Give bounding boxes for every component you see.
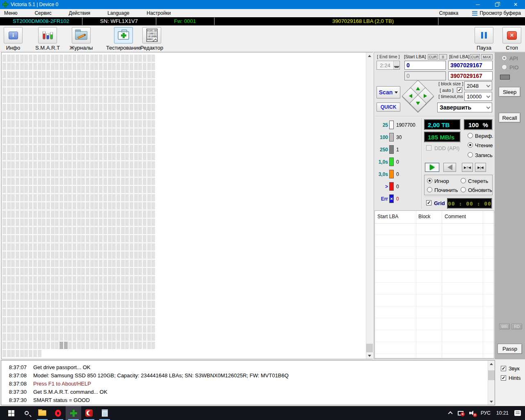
map-scrollbar[interactable]: [366, 52, 373, 359]
refresh-radio[interactable]: [461, 187, 466, 192]
map-block: [16, 325, 19, 333]
sound-option[interactable]: ✓ Звук: [501, 365, 520, 372]
map-block: [151, 55, 155, 62]
map-block: [33, 63, 37, 70]
legend-count: 0: [396, 184, 399, 189]
volume-icon[interactable]: ✕: [469, 411, 475, 415]
end-time-spinner[interactable]: 2:24: [377, 61, 400, 70]
scan-button[interactable]: Scan: [377, 86, 400, 98]
log-scroll-down[interactable]: [488, 398, 495, 405]
read-radio[interactable]: [468, 142, 473, 148]
map-block: [99, 301, 103, 308]
remap-radio[interactable]: [427, 187, 432, 192]
map-block: [147, 202, 151, 210]
start-lba-zero-button[interactable]: 0: [439, 54, 447, 59]
test-button[interactable]: Тестирование: [103, 27, 144, 51]
map-block: [29, 342, 32, 349]
opera-taskbar-button[interactable]: [50, 406, 66, 420]
sleep-button[interactable]: Sleep: [499, 87, 520, 97]
log-scroll-up[interactable]: [488, 361, 495, 367]
map-block: [11, 350, 15, 357]
log-scrollbar[interactable]: [488, 361, 495, 405]
smart-button[interactable]: S.M.A.R.T: [32, 27, 63, 51]
menu-item-2[interactable]: Действия: [69, 10, 91, 16]
menu-item-4[interactable]: Настройки: [147, 10, 171, 16]
start-lba-cur-button[interactable]: CUR: [428, 54, 438, 59]
block-size-select[interactable]: 2048: [464, 81, 492, 90]
map-scroll-up[interactable]: [366, 52, 373, 59]
legend-label: Err: [376, 196, 388, 202]
pause-button[interactable]: Пауза: [474, 27, 494, 51]
hints-checkbox[interactable]: ✓: [501, 375, 506, 381]
passp-button[interactable]: Passp: [498, 344, 522, 354]
random-seek-button[interactable]: ▶?◀: [462, 163, 473, 172]
menu-item-1[interactable]: Сервис: [34, 10, 51, 16]
notification-center-icon[interactable]: [514, 410, 521, 416]
stop-button[interactable]: ✕ Стоп: [502, 27, 522, 51]
end-time-spin-arrows[interactable]: [393, 61, 399, 69]
close-button[interactable]: ✕: [506, 0, 525, 9]
explorer-taskbar-button[interactable]: [34, 406, 50, 420]
map-block: [77, 87, 81, 95]
logs-button[interactable]: Журналы: [66, 27, 96, 51]
map-block: [112, 325, 116, 333]
restore-button[interactable]: [487, 0, 506, 9]
menu-item-3[interactable]: Language: [107, 10, 129, 16]
map-scroll-down[interactable]: [366, 352, 373, 359]
end-lba-input[interactable]: 3907029167: [448, 61, 493, 70]
map-block: [24, 71, 28, 78]
on-end-action-select[interactable]: Завершить: [437, 103, 492, 112]
language-indicator[interactable]: РУС: [481, 410, 491, 416]
map-block: [81, 169, 85, 177]
search-button[interactable]: [19, 406, 34, 420]
map-block: [90, 276, 94, 283]
notepad-taskbar-button[interactable]: [97, 406, 112, 420]
map-scroll-thumb[interactable]: [366, 344, 373, 353]
victoria-taskbar-button[interactable]: [66, 406, 81, 420]
start-backward-button[interactable]: [443, 163, 456, 172]
log-scroll-thumb[interactable]: [488, 370, 495, 380]
editor-button[interactable]: 0101101100111010000001 Редактор: [139, 27, 165, 51]
map-block: [130, 145, 133, 152]
start-forward-button[interactable]: [425, 163, 439, 172]
map-block: [55, 161, 59, 169]
ddd-checkbox[interactable]: [426, 145, 431, 151]
end-lba-max-button[interactable]: MAX: [481, 54, 493, 59]
menu-help[interactable]: Справка: [439, 10, 458, 16]
ignore-radio[interactable]: [427, 178, 432, 183]
map-block: [55, 153, 59, 160]
start-lba-input[interactable]: 0: [404, 61, 446, 70]
map-block: [94, 227, 98, 234]
tray-expand-icon[interactable]: [448, 411, 452, 416]
map-block: [134, 96, 138, 103]
sound-checkbox[interactable]: ✓: [501, 366, 506, 371]
info-button[interactable]: i Инфо: [3, 27, 23, 51]
minimize-button[interactable]: [468, 0, 487, 9]
timeout-select[interactable]: 10000: [464, 92, 492, 101]
hints-option[interactable]: ✓ Hints: [501, 375, 521, 381]
map-block: [121, 342, 125, 349]
map-block: [108, 55, 112, 62]
grid-checkbox[interactable]: ✓: [426, 200, 431, 205]
quick-button[interactable]: QUICK: [377, 103, 400, 112]
auto-checkbox[interactable]: ✓: [457, 87, 462, 93]
end-lba-cur-button[interactable]: CUR: [470, 54, 480, 59]
end-lba-label: [End LBA]: [449, 54, 470, 59]
app-logo-icon: [2, 2, 8, 7]
menu-item-0[interactable]: Меню: [4, 10, 17, 16]
map-block: [134, 243, 138, 251]
map-block: [90, 333, 94, 341]
disk-app-taskbar-button[interactable]: [81, 406, 97, 420]
write-radio[interactable]: [468, 152, 473, 158]
verify-radio[interactable]: [468, 133, 473, 138]
butterfly-seek-button[interactable]: ▶|◀: [475, 163, 486, 172]
map-block: [99, 186, 103, 193]
map-block: [99, 145, 103, 152]
recall-button[interactable]: Recall: [499, 113, 520, 123]
map-block: [147, 194, 151, 201]
network-icon[interactable]: ✕: [458, 411, 463, 415]
clock[interactable]: 10:21: [496, 410, 509, 416]
menu-buffer-view[interactable]: Просмотр буфера: [472, 10, 521, 16]
start-button[interactable]: [3, 406, 19, 420]
erase-radio[interactable]: [461, 178, 466, 183]
